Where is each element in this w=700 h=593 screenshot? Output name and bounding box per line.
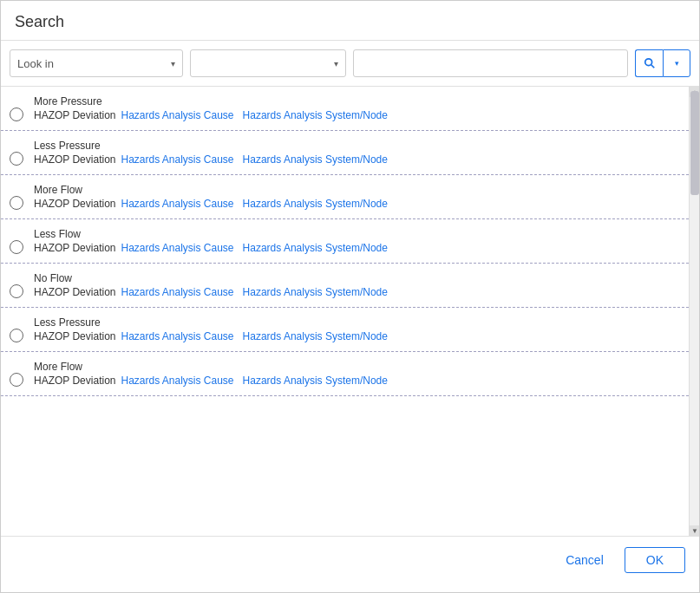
search-input[interactable] <box>353 49 628 77</box>
cause-link[interactable]: Hazards Analysis Cause <box>121 198 233 210</box>
cause-link[interactable]: Hazards Analysis Cause <box>121 330 233 342</box>
list-item[interactable]: Less Pressure HAZOP Deviation Hazards An… <box>1 131 689 175</box>
scrollbar-down-arrow[interactable]: ▼ <box>690 525 699 536</box>
lookin-arrow-icon: ▾ <box>171 59 175 68</box>
node-link[interactable]: Hazards Analysis System/Node <box>243 242 388 254</box>
radio-button[interactable] <box>10 152 23 166</box>
result-content: More Flow HAZOP Deviation Hazards Analys… <box>34 184 396 210</box>
result-title: Less Flow <box>34 228 396 240</box>
radio-button[interactable] <box>10 240 23 254</box>
result-title: More Flow <box>34 361 396 373</box>
dialog-title: Search <box>15 13 64 30</box>
search-button[interactable] <box>635 49 663 77</box>
result-label: HAZOP Deviation <box>34 330 115 342</box>
list-item[interactable]: More Flow HAZOP Deviation Hazards Analys… <box>1 175 689 219</box>
radio-button[interactable] <box>10 196 23 210</box>
node-link[interactable]: Hazards Analysis System/Node <box>243 330 388 342</box>
cause-link[interactable]: Hazards Analysis Cause <box>121 153 233 166</box>
result-title: No Flow <box>34 272 396 284</box>
result-title: More Flow <box>34 184 396 196</box>
result-title: Less Pressure <box>34 140 396 152</box>
result-content: More Pressure HAZOP Deviation Hazards An… <box>34 95 396 121</box>
result-label: HAZOP Deviation <box>34 242 115 254</box>
result-links: HAZOP Deviation Hazards Analysis Cause H… <box>34 242 396 254</box>
cause-link[interactable]: Hazards Analysis Cause <box>121 375 233 387</box>
result-links: HAZOP Deviation Hazards Analysis Cause H… <box>34 153 396 166</box>
node-link[interactable]: Hazards Analysis System/Node <box>243 286 388 298</box>
results-area: More Pressure HAZOP Deviation Hazards An… <box>1 87 699 536</box>
node-link[interactable]: Hazards Analysis System/Node <box>243 153 388 166</box>
dialog-header: Search <box>1 1 699 41</box>
search-dropdown-button[interactable]: ▾ <box>663 49 690 77</box>
radio-button[interactable] <box>10 108 23 121</box>
result-title: More Pressure <box>34 95 396 108</box>
result-label: HAZOP Deviation <box>34 109 115 121</box>
cause-link[interactable]: Hazards Analysis Cause <box>121 286 233 298</box>
radio-button[interactable] <box>10 284 23 298</box>
scrollbar-thumb[interactable] <box>690 91 699 195</box>
node-link[interactable]: Hazards Analysis System/Node <box>243 109 388 121</box>
scrollbar[interactable]: ▲ ▼ <box>689 87 699 536</box>
svg-line-1 <box>651 65 654 68</box>
result-links: HAZOP Deviation Hazards Analysis Cause H… <box>34 375 396 387</box>
result-content: Less Pressure HAZOP Deviation Hazards An… <box>34 140 396 166</box>
result-label: HAZOP Deviation <box>34 153 115 166</box>
search-button-group: ▾ <box>635 49 690 77</box>
result-label: HAZOP Deviation <box>34 286 115 298</box>
radio-button[interactable] <box>10 373 23 387</box>
radio-button[interactable] <box>10 329 23 342</box>
node-link[interactable]: Hazards Analysis System/Node <box>243 198 388 210</box>
cause-link[interactable]: Hazards Analysis Cause <box>121 242 233 254</box>
svg-point-0 <box>644 59 651 66</box>
result-content: More Flow HAZOP Deviation Hazards Analys… <box>34 361 396 387</box>
results-list: More Pressure HAZOP Deviation Hazards An… <box>1 87 689 536</box>
result-content: No Flow HAZOP Deviation Hazards Analysis… <box>34 272 396 298</box>
node-link[interactable]: Hazards Analysis System/Node <box>243 375 388 387</box>
list-item[interactable]: No Flow HAZOP Deviation Hazards Analysis… <box>1 264 689 308</box>
search-icon <box>644 57 656 69</box>
result-links: HAZOP Deviation Hazards Analysis Cause H… <box>34 198 396 210</box>
list-item[interactable]: Less Pressure HAZOP Deviation Hazards An… <box>1 308 689 352</box>
filter-dropdown[interactable]: ▾ <box>190 49 346 77</box>
toolbar: Look in ▾ ▾ ▾ <box>1 41 699 87</box>
result-title: Less Pressure <box>34 316 396 329</box>
cause-link[interactable]: Hazards Analysis Cause <box>121 109 233 121</box>
result-label: HAZOP Deviation <box>34 198 115 210</box>
cancel-button[interactable]: Cancel <box>555 548 614 572</box>
filter-arrow-icon: ▾ <box>334 59 338 68</box>
dialog-footer: Cancel OK <box>1 536 699 583</box>
result-content: Less Flow HAZOP Deviation Hazards Analys… <box>34 228 396 254</box>
result-links: HAZOP Deviation Hazards Analysis Cause H… <box>34 286 396 298</box>
dialog: Search Look in ▾ ▾ ▾ <box>1 1 699 583</box>
ok-button[interactable]: OK <box>625 547 685 573</box>
lookin-label: Look in <box>17 57 54 70</box>
search-dropdown-arrow-icon: ▾ <box>675 59 679 68</box>
result-links: HAZOP Deviation Hazards Analysis Cause H… <box>34 330 396 342</box>
result-label: HAZOP Deviation <box>34 375 115 387</box>
list-item[interactable]: More Flow HAZOP Deviation Hazards Analys… <box>1 352 689 396</box>
result-links: HAZOP Deviation Hazards Analysis Cause H… <box>34 109 396 121</box>
list-item[interactable]: Less Flow HAZOP Deviation Hazards Analys… <box>1 219 689 264</box>
lookin-dropdown[interactable]: Look in ▾ <box>10 49 183 77</box>
list-item[interactable]: More Pressure HAZOP Deviation Hazards An… <box>1 87 689 131</box>
result-content: Less Pressure HAZOP Deviation Hazards An… <box>34 316 396 342</box>
